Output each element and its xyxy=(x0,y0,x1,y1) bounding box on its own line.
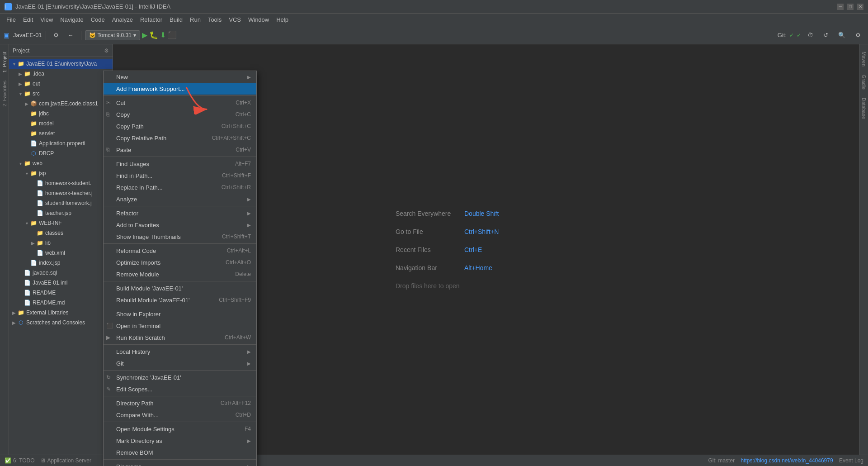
tree-item-servlet[interactable]: 📁 servlet xyxy=(9,128,113,138)
status-app-server[interactable]: 🖥 Application Server xyxy=(40,457,91,464)
ctx-item-mark-dir[interactable]: Mark Directory as ▶ xyxy=(104,435,256,447)
ctx-item-thumbnails[interactable]: Show Image Thumbnails Ctrl+Shift+T xyxy=(104,231,256,243)
tree-item-src[interactable]: ▾ 📁 src xyxy=(9,89,113,99)
tree-item-hw-student[interactable]: 📄 homework-student. xyxy=(9,178,113,188)
toolbar-settings[interactable]: ⚙ xyxy=(50,30,62,40)
tree-item-teacher-jsp[interactable]: 📄 teacher.jsp xyxy=(9,208,113,218)
project-settings-btn[interactable]: ⚙ xyxy=(104,48,109,54)
menu-file[interactable]: File xyxy=(3,14,19,25)
tree-item-webxml[interactable]: 📄 web.xml xyxy=(9,248,113,258)
git-revert[interactable]: ↺ xyxy=(820,30,832,40)
tree-item-readmemd[interactable]: 📄 README.md xyxy=(9,298,113,308)
readme-icon: 📄 xyxy=(24,289,31,296)
ctx-item-optimize-imports[interactable]: Optimize Imports Ctrl+Alt+O xyxy=(104,257,256,268)
tree-arrow-idea: ▶ xyxy=(17,71,24,77)
ctx-item-copy-path[interactable]: Copy Path Ctrl+Shift+C xyxy=(104,120,256,132)
tree-item-hw-teacher[interactable]: 📄 homework-teacher.j xyxy=(9,188,113,198)
stop-button[interactable]: ⬛ xyxy=(168,31,177,39)
close-button[interactable]: ✕ xyxy=(857,4,863,10)
tree-item-jsp[interactable]: ▾ 📁 jsp xyxy=(9,168,113,178)
menu-window[interactable]: Window xyxy=(245,14,273,25)
ctx-item-replace-path[interactable]: Replace in Path... Ctrl+Shift+R xyxy=(104,181,256,193)
tree-item-extlibs[interactable]: ▶ 📁 External Libraries xyxy=(9,308,113,318)
minimize-button[interactable]: ─ xyxy=(837,4,844,10)
ctx-item-module-settings[interactable]: Open Module Settings F4 xyxy=(104,423,256,435)
menu-edit[interactable]: Edit xyxy=(19,14,37,25)
menu-build[interactable]: Build xyxy=(166,14,186,25)
tree-item-root[interactable]: ▾ 📁 JavaEE-01 E:\university\Java xyxy=(9,59,113,69)
tree-item-webinf[interactable]: ▾ 📁 WEB-INF xyxy=(9,218,113,228)
ctx-item-refactor[interactable]: Refactor ▶ xyxy=(104,207,256,219)
ctx-item-paste[interactable]: ⎗ Paste Ctrl+V xyxy=(104,144,256,156)
ctx-item-dir-path[interactable]: Directory Path Ctrl+Alt+F12 xyxy=(104,397,256,409)
ctx-item-compare[interactable]: Compare With... Ctrl+D xyxy=(104,409,256,421)
tree-item-com[interactable]: ▶ 📦 com.javaEE.code.class1 xyxy=(9,99,113,109)
sidebar-item-favorites[interactable]: 2: Favorites xyxy=(0,77,9,110)
ctx-item-copy[interactable]: ⎘ Copy Ctrl+C xyxy=(104,109,256,120)
ctx-item-new[interactable]: New ▶ xyxy=(104,71,256,83)
menu-help[interactable]: Help xyxy=(273,14,292,25)
ctx-item-copy-rel-path[interactable]: Copy Relative Path Ctrl+Alt+Shift+C xyxy=(104,132,256,144)
ctx-item-open-terminal[interactable]: ⬛ Open in Terminal xyxy=(104,320,256,332)
sidebar-item-database[interactable]: Database xyxy=(860,94,868,123)
status-todo[interactable]: ✅ 6: TODO xyxy=(5,457,35,464)
debug-button[interactable]: 🐛 xyxy=(149,31,158,39)
tree-item-readme[interactable]: 📄 README xyxy=(9,288,113,298)
menu-vcs[interactable]: VCS xyxy=(225,14,245,25)
ctx-item-rebuild-module[interactable]: Rebuild Module 'JavaEE-01' Ctrl+Shift+F9 xyxy=(104,294,256,306)
toolbar-back[interactable]: ← xyxy=(64,30,77,40)
settings-gear[interactable]: ⚙ xyxy=(852,30,864,40)
ctx-item-cut[interactable]: ✂ Cut Ctrl+X xyxy=(104,97,256,109)
tree-item-out[interactable]: ▶ 📁 out xyxy=(9,79,113,89)
ctx-item-reformat[interactable]: Reformat Code Ctrl+Alt+L xyxy=(104,245,256,257)
sidebar-item-gradle[interactable]: Gradle xyxy=(860,71,868,93)
event-log-label[interactable]: Event Log xyxy=(839,457,863,464)
tree-item-model[interactable]: 📁 model xyxy=(9,119,113,128)
sidebar-item-maven[interactable]: Maven xyxy=(860,48,868,70)
ctx-item-add-favorites[interactable]: Add to Favorites ▶ xyxy=(104,219,256,231)
menu-analyze[interactable]: Analyze xyxy=(108,14,137,25)
ctx-item-build-module[interactable]: Build Module 'JavaEE-01' xyxy=(104,282,256,294)
ctx-item-add-framework[interactable]: Add Framework Support... xyxy=(104,83,256,95)
menu-run[interactable]: Run xyxy=(186,14,204,25)
tree-item-classes[interactable]: 📁 classes xyxy=(9,228,113,238)
ctx-item-diagrams[interactable]: Diagrams ▶ xyxy=(104,461,256,466)
tree-item-scratches[interactable]: ▶ ⬡ Scratches and Consoles xyxy=(9,318,113,328)
tree-item-web[interactable]: ▾ 📁 web xyxy=(9,158,113,168)
ctx-item-remove-module[interactable]: Remove Module Delete xyxy=(104,268,256,280)
menu-code[interactable]: Code xyxy=(87,14,108,25)
ctx-item-analyze[interactable]: Analyze ▶ xyxy=(104,193,256,205)
tree-item-appprops[interactable]: 📄 Application.properti xyxy=(9,138,113,148)
ctx-item-find-usages[interactable]: Find Usages Alt+F7 xyxy=(104,158,256,170)
tree-item-dbcp[interactable]: ⬡ DBCP xyxy=(9,148,113,158)
run-kotlin-icon: ▶ xyxy=(106,334,110,341)
sidebar-item-project[interactable]: 1: Project xyxy=(0,48,9,76)
menu-refactor[interactable]: Refactor xyxy=(137,14,166,25)
status-url-link[interactable]: https://blog.csdn.net/weixin_44046979 xyxy=(741,457,833,464)
ctx-item-find-path[interactable]: Find in Path... Ctrl+Shift+F xyxy=(104,170,256,181)
tree-item-jdbc[interactable]: 📁 jdbc xyxy=(9,109,113,119)
ctx-item-edit-scopes[interactable]: ✎ Edit Scopes... xyxy=(104,383,256,395)
build-button[interactable]: ⬇ xyxy=(160,31,166,39)
menu-view[interactable]: View xyxy=(37,14,57,25)
menu-navigate[interactable]: Navigate xyxy=(57,14,87,25)
menu-tools[interactable]: Tools xyxy=(204,14,225,25)
tree-item-indexjsp[interactable]: 📄 index.jsp xyxy=(9,258,113,268)
tree-item-sql[interactable]: 📄 javaee.sql xyxy=(9,268,113,278)
md-icon: 📄 xyxy=(24,299,31,306)
run-button[interactable]: ▶ xyxy=(142,31,147,39)
maximize-button[interactable]: □ xyxy=(847,4,854,10)
ctx-item-local-history[interactable]: Local History ▶ xyxy=(104,346,256,357)
ctx-item-git[interactable]: Git ▶ xyxy=(104,357,256,369)
tree-item-lib[interactable]: ▶ 📁 lib xyxy=(9,238,113,248)
git-history[interactable]: ⏱ xyxy=(804,30,817,40)
ctx-item-synchronize[interactable]: ↻ Synchronize 'JavaEE-01' xyxy=(104,371,256,383)
tree-item-studenthw[interactable]: 📄 studentHomework.j xyxy=(9,198,113,208)
ctx-item-run-kotlin[interactable]: ▶ Run Kotlin Scratch Ctrl+Alt+W xyxy=(104,332,256,343)
tree-item-iml[interactable]: 📄 JavaEE-01.iml xyxy=(9,278,113,288)
ctx-item-remove-bom[interactable]: Remove BOM xyxy=(104,447,256,458)
tree-item-idea[interactable]: ▶ 📁 .idea xyxy=(9,69,113,79)
tomcat-config[interactable]: 🐱 Tomcat 9.0.31 ▾ xyxy=(85,30,140,40)
search-everywhere[interactable]: 🔍 xyxy=(835,30,849,40)
ctx-item-show-explorer[interactable]: Show in Explorer xyxy=(104,308,256,320)
